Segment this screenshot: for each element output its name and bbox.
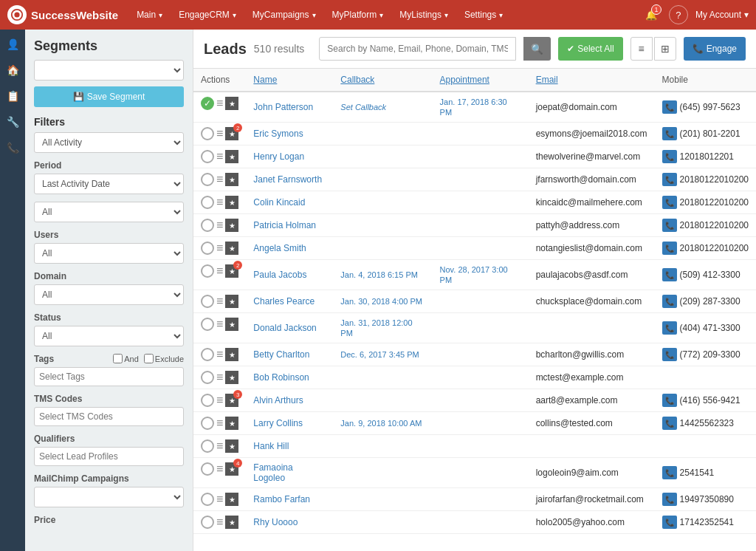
nav-myplatform[interactable]: MyPlatform ▾ [325,0,391,30]
row-menu[interactable]: ≡ [216,318,223,331]
nav-main[interactable]: Main ▾ [129,0,170,30]
lead-name-cell[interactable]: Paula Jacobs [246,260,333,290]
lead-name-cell[interactable]: Angela Smith [246,237,333,260]
row-menu[interactable]: ≡ [216,493,223,506]
tms-codes-input[interactable] [34,407,184,426]
tags-exclude-checkbox[interactable] [144,354,154,363]
row-checkbox[interactable] [201,516,214,529]
tags-and-checkbox[interactable] [113,354,123,363]
row-menu[interactable]: ≡ [216,150,223,163]
row-menu[interactable]: ≡ [216,371,223,384]
qualifiers-input[interactable] [34,447,184,466]
row-checkbox[interactable] [201,219,214,232]
lead-name-cell[interactable]: Colin Kincaid [246,191,333,214]
nav-engagecrm[interactable]: EngageCRM ▾ [171,0,244,30]
star-icon[interactable]: ★ [225,439,238,453]
lead-name-cell[interactable]: Famaoina Logoleo [246,458,333,488]
row-menu[interactable]: ≡ [216,417,223,430]
star-badge-icon[interactable]: ★3 [225,394,238,407]
star-icon[interactable]: ★ [225,196,238,209]
col-callback[interactable]: Callback [333,69,432,92]
star-icon[interactable]: ★ [225,150,238,163]
row-checkbox[interactable] [201,127,214,140]
row-checkbox[interactable] [201,173,214,186]
lead-name-cell[interactable]: Bob Robinson [246,366,333,389]
lead-name-cell[interactable]: Charles Pearce [246,290,333,313]
grid-view-button[interactable]: ⊞ [654,37,676,61]
row-checkbox[interactable] [201,371,214,384]
row-checkbox[interactable] [201,348,214,361]
star-icon[interactable]: ★ [225,348,238,361]
lead-name-cell[interactable]: Rambo Farfan [246,488,333,511]
lead-name-cell[interactable]: Donald Jackson [246,313,333,343]
lead-name-cell[interactable]: Henry Logan [246,146,333,168]
star-icon[interactable]: ★ [225,295,238,308]
lead-name-cell[interactable]: Larry Collins [246,412,333,435]
star-badge-icon[interactable]: ★2 [225,127,238,140]
row-menu[interactable]: ≡ [216,348,223,361]
set-callback-link[interactable]: Set Callback [340,103,386,112]
account-menu[interactable]: My Account ▾ [695,10,749,20]
domain-select[interactable]: All [34,284,184,305]
period-all-select[interactable]: All [34,202,184,222]
row-menu[interactable]: ≡ [216,516,223,529]
row-menu[interactable]: ≡ [216,196,223,209]
list-view-button[interactable]: ≡ [630,37,653,61]
star-icon[interactable]: ★ [225,97,238,110]
star-icon[interactable]: ★ [225,371,238,384]
search-input[interactable] [319,37,516,61]
lead-name-cell[interactable]: Eric Symons [246,123,333,146]
lead-name-cell[interactable]: Betty Charlton [246,343,333,366]
col-appointment[interactable]: Appointment [433,69,529,92]
icon-list[interactable]: 📋 [1,85,24,107]
row-menu[interactable]: ≡ [216,264,223,278]
star-icon[interactable]: ★ [225,417,238,430]
nav-mycampaigns[interactable]: MyCampaigns ▾ [245,0,323,30]
search-button[interactable]: 🔍 [523,37,551,61]
row-checkbox[interactable] [201,439,214,453]
notifications-bell[interactable]: 🔔 1 [641,4,662,25]
row-menu[interactable]: ≡ [216,462,223,476]
icon-person[interactable]: 👤 [1,33,24,55]
row-checkbox[interactable]: ✓ [201,97,214,110]
icon-phone[interactable]: 📞 [1,137,24,159]
lead-name-cell[interactable]: John Patterson [246,92,333,123]
star-icon[interactable]: ★ [225,516,238,529]
row-menu[interactable]: ≡ [216,127,223,140]
row-checkbox[interactable] [201,264,214,278]
star-icon[interactable]: ★ [225,242,238,255]
row-checkbox[interactable] [201,295,214,308]
star-icon[interactable]: ★ [225,318,238,331]
row-menu[interactable]: ≡ [216,439,223,453]
tags-input[interactable] [34,367,184,386]
lead-name-cell[interactable]: Janet Farnsworth [246,168,333,191]
row-menu[interactable]: ≡ [216,219,223,232]
engage-button[interactable]: 📞 Engage [684,37,746,61]
icon-tools[interactable]: 🔧 [1,111,24,133]
row-menu[interactable]: ≡ [216,295,223,308]
save-segment-button[interactable]: 💾 Save Segment [34,86,184,107]
all-activity-select[interactable]: All Activity [34,132,184,153]
select-all-button[interactable]: ✔ Select All [558,37,622,61]
status-select[interactable]: All [34,326,184,346]
star-icon[interactable]: ★ [225,493,238,506]
lead-name-cell[interactable]: Rhy Uoooo [246,511,333,534]
col-name[interactable]: Name [246,69,333,92]
row-checkbox[interactable] [201,196,214,209]
star-badge-icon[interactable]: ★4 [225,462,238,476]
row-menu[interactable]: ≡ [216,97,223,110]
row-checkbox[interactable] [201,318,214,331]
row-checkbox[interactable] [201,462,214,476]
lead-name-cell[interactable]: Alvin Arthurs [246,389,333,412]
lead-name-cell[interactable]: Patricia Holman [246,214,333,237]
row-menu[interactable]: ≡ [216,242,223,255]
app-logo[interactable]: SuccessWebsite [7,5,118,24]
users-select[interactable]: All [34,243,184,264]
lead-name-cell[interactable]: Hank Hill [246,435,333,458]
nav-mylistings[interactable]: MyListings ▾ [392,0,456,30]
row-checkbox[interactable] [201,417,214,430]
row-checkbox[interactable] [201,242,214,255]
help-button[interactable]: ? [669,5,688,24]
row-checkbox[interactable] [201,394,214,407]
mailchimp-select[interactable] [34,487,184,507]
